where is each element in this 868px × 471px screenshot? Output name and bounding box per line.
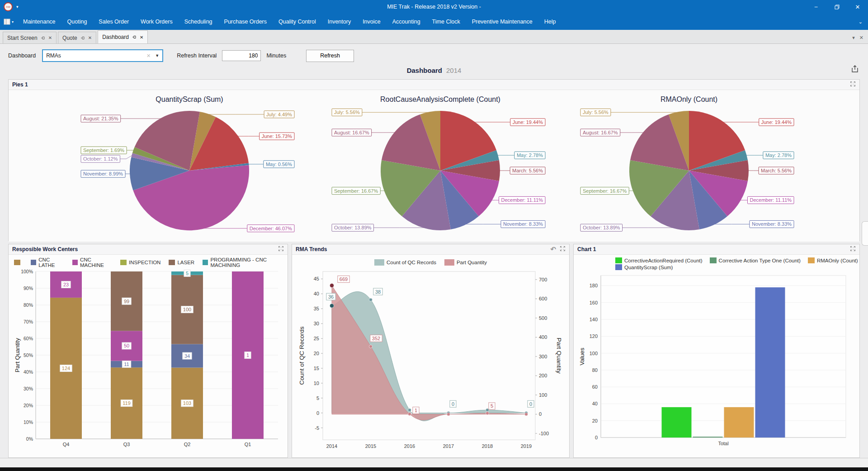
minimize-button[interactable]: – [806,0,826,14]
tab-close-icon[interactable]: ✕ [88,35,92,40]
tab-quote[interactable]: Quote ✕ [58,32,96,43]
tab-list-chevron-icon[interactable]: ▾ [852,35,855,41]
data-point[interactable] [369,298,372,301]
pie-label: May: 0.56% [266,162,292,167]
chart1-chart: 020406080100120140160180ValuesTotal [578,270,853,450]
refresh-button[interactable]: Refresh [306,50,354,62]
menu-item-scheduling[interactable]: Scheduling [179,14,218,30]
dashboard-combobox[interactable]: RMAs ✕ ▼ [42,49,163,62]
pie-label: November: 8.33% [752,221,792,227]
quick-access-arrow-icon[interactable]: ▾ [16,5,19,9]
page-title-year: 2014 [446,67,461,74]
pie-label: July: 4.49% [266,112,292,117]
pin-icon[interactable] [132,35,137,39]
expand-icon[interactable] [850,81,856,88]
point-label: 5 [491,403,493,409]
window-title: MIE Trak - Release 2018 v2 Version - [0,4,868,10]
y-tick-label: 100 [590,351,598,356]
y-tick-label: 35 [314,306,319,311]
expand-icon[interactable] [850,246,856,253]
side-flyout-handle[interactable] [862,221,868,246]
legend-label: RMAOnly (Count) [817,258,858,263]
work-centers-chart: 0%10%20%30%40%50%60%70%80%90%100%Part Qu… [14,269,283,451]
menu-item-maintenance[interactable]: Maintenance [17,14,61,30]
pie-label: October: 1.12% [83,156,118,162]
restore-button[interactable] [826,0,847,14]
menu-item-quality-control[interactable]: Quality Control [273,14,322,30]
restore-icon [835,5,840,10]
bar[interactable] [662,407,692,438]
menu-item-purchase-orders[interactable]: Purchase Orders [218,14,273,30]
expand-icon[interactable] [560,246,566,253]
export-button[interactable] [851,65,859,75]
point-label: 352 [372,336,380,341]
data-point[interactable] [408,413,411,416]
menu-item-sales-order[interactable]: Sales Order [93,14,135,30]
tab-start-screen[interactable]: Start Screen ✕ [3,32,57,43]
menu-item-time-clock[interactable]: Time Clock [426,14,466,30]
legend-label: INSPECTION [129,260,160,265]
x-tick-label: 2014 [326,443,337,449]
menu-overflow-chevron-icon[interactable]: ⌄ [859,19,868,25]
legend-item: LASER [169,260,194,265]
panel-title: Pies 1 [12,81,28,88]
panel-title: Chart 1 [577,246,596,252]
tab-dashboard[interactable]: Dashboard ✕ [98,30,148,43]
application-menu-icon[interactable]: ▾ [0,19,17,25]
pie-label: November: 8.99% [83,171,123,176]
x-category-label: Q1 [245,442,251,447]
pie-label: September: 16.67% [583,188,627,194]
undo-icon[interactable]: ↶ [550,247,556,252]
bar[interactable] [693,437,723,438]
x-tick-label: 2018 [482,443,493,449]
legend-item: Corrective Action Type One (Count) [710,257,801,263]
tab-label: Dashboard [102,34,129,40]
menu-item-inventory[interactable]: Inventory [322,14,357,30]
data-point[interactable] [330,284,334,288]
bar[interactable] [755,287,785,438]
combo-clear-icon[interactable]: ✕ [146,53,151,59]
pin-icon[interactable] [80,36,85,40]
close-button[interactable]: ✕ [847,0,868,14]
pie-title: RMAOnly (Count) [660,95,717,103]
legend-item: QuantityScrap (Sum) [615,264,673,270]
refresh-interval-label: Refresh Interval [177,52,217,59]
data-point[interactable] [447,413,450,416]
mie-logo-icon: mie [4,2,13,11]
menu-item-quoting[interactable]: Quoting [61,14,93,30]
pin-icon[interactable] [41,36,45,40]
strip-close-icon[interactable]: ✕ [859,35,863,41]
refresh-interval-input[interactable] [222,50,261,61]
tab-close-icon[interactable]: ✕ [140,35,143,40]
data-point[interactable] [524,413,528,416]
menu-items: MaintenanceQuotingSales OrderWork Orders… [17,14,561,30]
x-tick-label: 2016 [404,443,415,449]
legend-label: CNC MACHINE [80,257,112,268]
bar-value-label: 100 [183,307,191,312]
data-point[interactable] [408,409,411,412]
menu-item-invoice[interactable]: Invoice [357,14,387,30]
y-tick-label: -100 [539,431,549,436]
bar[interactable] [724,407,754,438]
menu-item-help[interactable]: Help [538,14,562,30]
menu-item-preventive-maintenance[interactable]: Preventive Maintenance [466,14,538,30]
legend-swatch [120,260,127,265]
combo-dropdown-icon[interactable]: ▼ [155,53,159,58]
y-tick-label: 40% [24,369,33,375]
tab-close-icon[interactable]: ✕ [48,35,52,40]
menu-item-accounting[interactable]: Accounting [387,14,426,30]
expand-icon[interactable] [278,246,284,253]
legend-item: PROGRAMMING - CNC MACHINING [203,257,288,268]
data-point[interactable] [330,304,334,308]
legend-label: LASER [177,260,194,265]
data-point[interactable] [369,345,372,348]
dashboard-controls: Dashboard RMAs ✕ ▼ Refresh Interval Minu… [8,49,860,62]
data-point[interactable] [486,412,489,415]
pie-label: October: 13.89% [583,225,620,230]
y-tick-label: 200 [539,373,547,378]
y-tick-label: 400 [539,334,547,340]
plot-border [601,276,846,438]
menu-item-work-orders[interactable]: Work Orders [135,14,179,30]
y-tick-label: 300 [539,354,547,359]
y-tick-label: 80% [24,302,33,308]
